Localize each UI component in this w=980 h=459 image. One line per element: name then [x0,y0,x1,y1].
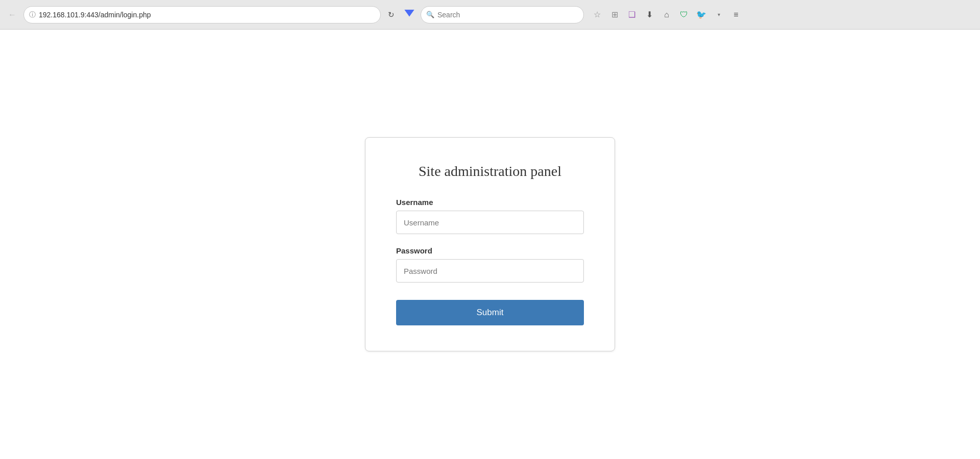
search-icon: 🔍 [426,11,434,18]
login-card: Site administration panel Username Passw… [365,137,615,351]
home-icon: ⌂ [664,10,669,19]
reading-list-icon: ⊞ [611,10,618,19]
green-shield-icon: 🛡 [680,10,688,19]
password-group: Password [396,246,584,283]
pocket-shield-icon: ❑ [628,10,635,19]
dropdown-arrow-icon: ▾ [718,12,720,17]
reload-button[interactable]: ↻ [384,8,398,22]
pocket-save-button[interactable]: ❑ [624,7,640,23]
search-input[interactable] [437,11,578,19]
password-input[interactable] [396,259,584,283]
page-title: Site administration panel [396,163,584,180]
extension-button[interactable]: 🐦 [693,7,709,23]
page-content: Site administration panel Username Passw… [0,30,980,459]
home-button[interactable]: ⌂ [658,7,675,23]
url-input[interactable] [39,11,375,19]
security-button[interactable]: 🛡 [676,7,692,23]
pocket-button[interactable] [401,7,418,23]
submit-button[interactable]: Submit [396,300,584,325]
toolbar-icons: ☆ ⊞ ❑ ⬇ ⌂ 🛡 🐦 ▾ ≡ [589,7,744,23]
browser-toolbar: ← ⓘ ↻ 🔍 ☆ ⊞ ❑ ⬇ ⌂ 🛡 🐦 [0,0,980,30]
pocket-icon [404,10,414,20]
username-input[interactable] [396,211,584,234]
downloads-button[interactable]: ⬇ [641,7,657,23]
extension-dropdown-button[interactable]: ▾ [710,7,727,23]
password-label: Password [396,246,584,255]
reload-icon: ↻ [388,10,395,19]
back-button[interactable]: ← [4,7,20,23]
info-icon[interactable]: ⓘ [29,10,36,19]
star-icon: ☆ [594,10,601,19]
menu-button[interactable]: ≡ [728,7,744,23]
download-icon: ⬇ [646,10,653,19]
username-label: Username [396,198,584,207]
search-bar[interactable]: 🔍 [421,6,584,23]
address-bar[interactable]: ⓘ [23,6,381,23]
username-group: Username [396,198,584,234]
back-icon: ← [8,10,16,19]
bird-icon: 🐦 [696,10,706,19]
hamburger-icon: ≡ [733,10,738,19]
bookmark-star-button[interactable]: ☆ [589,7,605,23]
reading-list-button[interactable]: ⊞ [606,7,623,23]
